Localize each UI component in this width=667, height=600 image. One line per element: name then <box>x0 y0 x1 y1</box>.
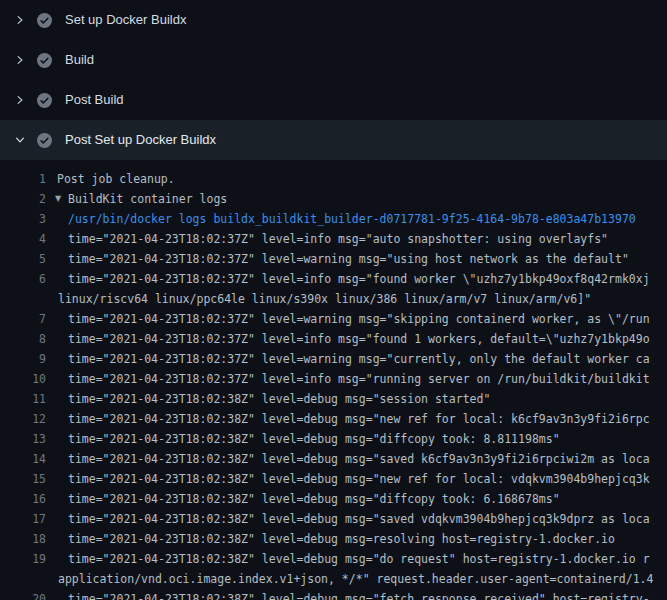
log-text: time="2021-04-23T18:02:38Z" level=debug … <box>68 489 560 509</box>
line-number[interactable]: 3 <box>0 209 46 229</box>
line-number[interactable]: 15 <box>0 469 46 489</box>
log-text: Post job cleanup. <box>57 169 175 189</box>
log-text: /usr/bin/docker logs buildx_buildkit_bui… <box>68 209 636 229</box>
log-line: 12 time="2021-04-23T18:02:38Z" level=deb… <box>0 409 667 429</box>
log-line: 20 time="2021-04-23T18:02:38Z" level=deb… <box>0 589 667 600</box>
log-line: 7 time="2021-04-23T18:02:37Z" level=warn… <box>0 309 667 329</box>
step-label: Post Set up Docker Buildx <box>65 120 216 160</box>
log-text: time="2021-04-23T18:02:38Z" level=debug … <box>68 589 650 600</box>
check-circle-icon <box>37 13 52 28</box>
log-text: time="2021-04-23T18:02:37Z" level=warnin… <box>68 349 650 369</box>
step-label: Build <box>65 40 94 80</box>
log-text: time="2021-04-23T18:02:37Z" level=info m… <box>68 329 650 349</box>
log-text: time="2021-04-23T18:02:38Z" level=debug … <box>68 449 650 469</box>
line-number[interactable]: 2 <box>0 189 46 209</box>
log-group-toggle[interactable]: 2 ▼ BuildKit container logs <box>0 189 667 209</box>
line-number[interactable]: 20 <box>0 589 46 600</box>
step-header-build[interactable]: Build <box>0 40 667 80</box>
line-number[interactable]: 11 <box>0 389 46 409</box>
log-line: 15 time="2021-04-23T18:02:38Z" level=deb… <box>0 469 667 489</box>
actions-log-viewer: Set up Docker Buildx Build Post Build <box>0 0 667 600</box>
chevron-right-icon <box>13 53 27 67</box>
line-number[interactable]: 4 <box>0 229 46 249</box>
log-text: time="2021-04-23T18:02:38Z" level=debug … <box>68 429 560 449</box>
line-number[interactable]: 9 <box>0 349 46 369</box>
line-number[interactable]: 8 <box>0 329 46 349</box>
line-number[interactable]: 14 <box>0 449 46 469</box>
log-text: time="2021-04-23T18:02:37Z" level=warnin… <box>68 309 650 329</box>
log-text: time="2021-04-23T18:02:38Z" level=debug … <box>68 549 650 569</box>
check-circle-icon <box>37 133 52 148</box>
log-text: linux/riscv64 linux/ppc64le linux/s390x … <box>58 289 591 309</box>
log-text: time="2021-04-23T18:02:37Z" level=info m… <box>68 229 608 249</box>
log-text: time="2021-04-23T18:02:37Z" level=warnin… <box>68 249 629 269</box>
line-number[interactable]: 13 <box>0 429 46 449</box>
log-line: 8 time="2021-04-23T18:02:37Z" level=info… <box>0 329 667 349</box>
line-number[interactable]: 5 <box>0 249 46 269</box>
step-header-post-set-up-docker-buildx[interactable]: Post Set up Docker Buildx <box>0 120 667 160</box>
log-line-wrap: application/vnd.oci.image.index.v1+json,… <box>0 569 667 589</box>
line-number[interactable]: 18 <box>0 529 46 549</box>
log-line-command: 3 /usr/bin/docker logs buildx_buildkit_b… <box>0 209 667 229</box>
step-list: Set up Docker Buildx Build Post Build <box>0 0 667 160</box>
log-line: 19 time="2021-04-23T18:02:38Z" level=deb… <box>0 549 667 569</box>
log-line: 10 time="2021-04-23T18:02:37Z" level=inf… <box>0 369 667 389</box>
line-number[interactable]: 1 <box>0 169 46 189</box>
chevron-right-icon <box>13 93 27 107</box>
log-line: 13 time="2021-04-23T18:02:38Z" level=deb… <box>0 429 667 449</box>
line-number[interactable]: 10 <box>0 369 46 389</box>
log-line-wrap: linux/riscv64 linux/ppc64le linux/s390x … <box>0 289 667 309</box>
log-text: time="2021-04-23T18:02:37Z" level=info m… <box>68 269 650 289</box>
line-number[interactable]: 12 <box>0 409 46 429</box>
log-line: 6 time="2021-04-23T18:02:37Z" level=info… <box>0 269 667 289</box>
step-label: Set up Docker Buildx <box>65 0 186 40</box>
log-text: time="2021-04-23T18:02:38Z" level=debug … <box>68 469 650 489</box>
log-line: 9 time="2021-04-23T18:02:37Z" level=warn… <box>0 349 667 369</box>
log-line: 14 time="2021-04-23T18:02:38Z" level=deb… <box>0 449 667 469</box>
log-group-title: BuildKit container logs <box>68 189 227 209</box>
chevron-down-icon <box>13 133 27 147</box>
step-label: Post Build <box>65 80 124 120</box>
log-text: application/vnd.oci.image.index.v1+json,… <box>58 569 653 589</box>
log-line: 5 time="2021-04-23T18:02:37Z" level=warn… <box>0 249 667 269</box>
log-text: time="2021-04-23T18:02:38Z" level=debug … <box>68 389 490 409</box>
line-number[interactable]: 6 <box>0 269 46 289</box>
log-line: 16 time="2021-04-23T18:02:38Z" level=deb… <box>0 489 667 509</box>
log-line: 11 time="2021-04-23T18:02:38Z" level=deb… <box>0 389 667 409</box>
step-header-set-up-docker-buildx[interactable]: Set up Docker Buildx <box>0 0 667 40</box>
group-expanded-caret-icon: ▼ <box>55 189 61 209</box>
check-circle-icon <box>37 53 52 68</box>
line-number[interactable]: 19 <box>0 549 46 569</box>
log-content: 1 Post job cleanup. 2 ▼ BuildKit contain… <box>0 160 667 600</box>
log-line: 17 time="2021-04-23T18:02:38Z" level=deb… <box>0 509 667 529</box>
line-number[interactable]: 7 <box>0 309 46 329</box>
log-line: 4 time="2021-04-23T18:02:37Z" level=info… <box>0 229 667 249</box>
log-text: time="2021-04-23T18:02:38Z" level=debug … <box>68 409 650 429</box>
step-header-post-build[interactable]: Post Build <box>0 80 667 120</box>
log-text: time="2021-04-23T18:02:38Z" level=debug … <box>68 509 650 529</box>
log-line: 1 Post job cleanup. <box>0 169 667 189</box>
chevron-right-icon <box>13 13 27 27</box>
check-circle-icon <box>37 93 52 108</box>
line-number[interactable]: 17 <box>0 509 46 529</box>
log-text: time="2021-04-23T18:02:38Z" level=debug … <box>68 529 615 549</box>
log-line: 18 time="2021-04-23T18:02:38Z" level=deb… <box>0 529 667 549</box>
log-text: time="2021-04-23T18:02:37Z" level=info m… <box>68 369 650 389</box>
line-number[interactable]: 16 <box>0 489 46 509</box>
